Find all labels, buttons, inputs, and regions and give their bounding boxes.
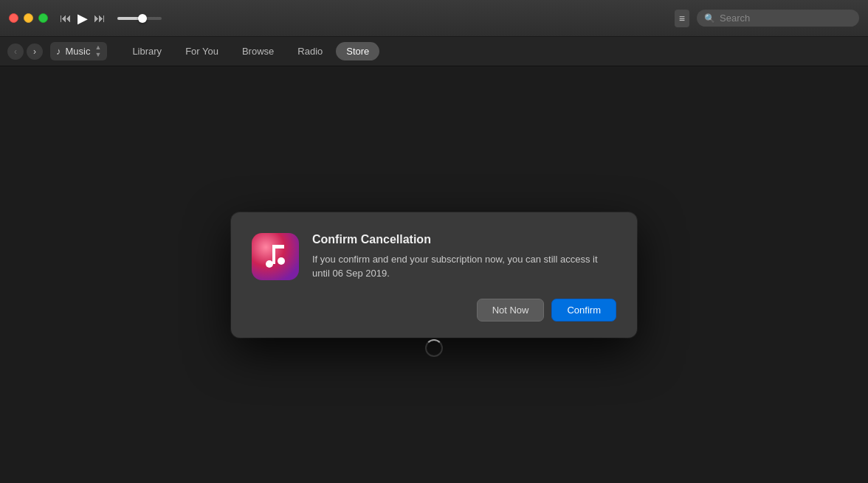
- section-label: Music: [66, 46, 91, 57]
- fastforward-button[interactable]: ⏭: [94, 13, 106, 24]
- tab-store[interactable]: Store: [336, 42, 379, 60]
- svg-point-1: [278, 257, 285, 265]
- traffic-lights: [9, 13, 48, 23]
- tab-radio[interactable]: Radio: [287, 42, 333, 60]
- music-note-svg: [261, 242, 290, 271]
- volume-slider[interactable]: [117, 17, 162, 20]
- loading-spinner: [425, 339, 443, 357]
- dialog-title: Confirm Cancellation: [312, 233, 616, 246]
- play-button[interactable]: ▶: [78, 12, 88, 25]
- confirm-dialog: Confirm Cancellation If you confirm and …: [231, 212, 637, 338]
- music-note-icon: ♪: [56, 46, 61, 57]
- volume-track: [117, 17, 162, 20]
- back-button[interactable]: ‹: [7, 44, 24, 60]
- main-content: Confirm Cancellation If you confirm and …: [0, 66, 868, 483]
- dialog-message: If you confirm and end your subscription…: [312, 252, 616, 281]
- titlebar: ⏮ ▶ ⏭ ≡ 🔍 Search: [0, 0, 868, 37]
- tab-for-you[interactable]: For You: [175, 42, 229, 60]
- close-button[interactable]: [9, 13, 18, 23]
- dialog-text: Confirm Cancellation If you confirm and …: [312, 233, 616, 281]
- search-placeholder: Search: [720, 13, 750, 24]
- tab-library[interactable]: Library: [122, 42, 172, 60]
- forward-button[interactable]: ›: [27, 44, 43, 60]
- maximize-button[interactable]: [38, 13, 48, 23]
- section-selector[interactable]: ♪ Music ▲ ▼: [50, 42, 107, 60]
- search-icon: 🔍: [704, 13, 715, 24]
- right-controls: ≡ 🔍 Search: [675, 10, 859, 27]
- navbar: ‹ › ♪ Music ▲ ▼ Library For You Browse R…: [0, 37, 868, 66]
- modal-overlay: Confirm Cancellation If you confirm and …: [0, 66, 868, 483]
- svg-point-0: [266, 260, 273, 268]
- minimize-button[interactable]: [24, 13, 33, 23]
- nav-arrows: ‹ ›: [7, 44, 43, 60]
- music-app-icon: [252, 233, 299, 280]
- tab-browse[interactable]: Browse: [232, 42, 284, 60]
- confirm-button[interactable]: Confirm: [551, 299, 616, 322]
- dialog-body: Confirm Cancellation If you confirm and …: [252, 233, 616, 281]
- dialog-footer: Not Now Confirm: [252, 299, 616, 322]
- not-now-button[interactable]: Not Now: [477, 299, 545, 322]
- search-bar[interactable]: 🔍 Search: [697, 10, 859, 27]
- list-icon[interactable]: ≡: [675, 10, 689, 27]
- section-arrows: ▲ ▼: [94, 44, 101, 58]
- volume-knob: [138, 14, 147, 23]
- nav-tabs: Library For You Browse Radio Store: [122, 42, 379, 60]
- rewind-button[interactable]: ⏮: [60, 13, 72, 24]
- transport-controls: ⏮ ▶ ⏭: [60, 12, 162, 25]
- svg-rect-3: [272, 245, 284, 249]
